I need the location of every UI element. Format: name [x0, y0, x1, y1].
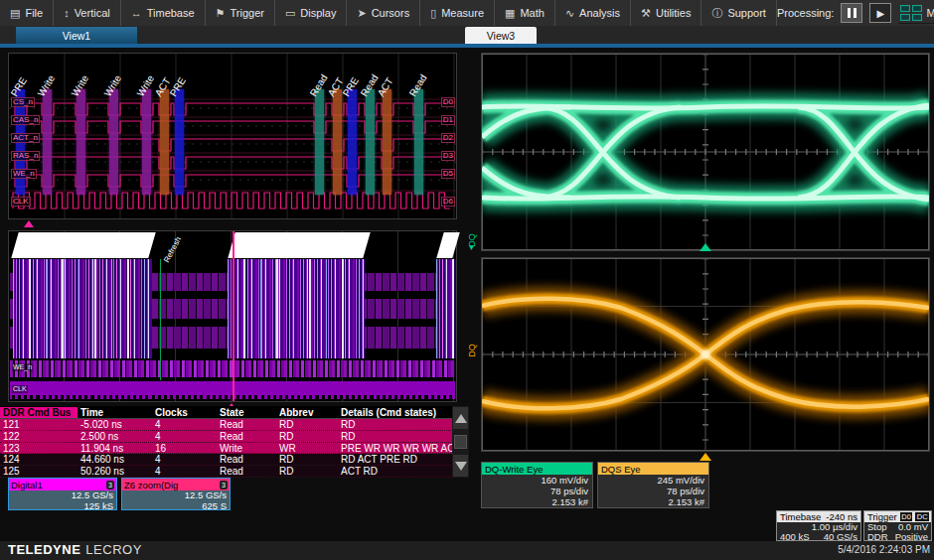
cmd-bar-read: [414, 89, 423, 195]
menu-analysis[interactable]: ∿Analysis: [555, 0, 631, 26]
menu-utilities[interactable]: ⚒Utilities: [631, 0, 701, 26]
play-icon: ▶: [877, 8, 885, 19]
column-header[interactable]: DDR Cmd Bus: [0, 407, 78, 418]
table-row[interactable]: 12550.260 ns4ReadRDACT RD: [0, 466, 469, 478]
bus-activity-burst: [13, 259, 152, 358]
cursor-icon: ➤: [357, 7, 366, 20]
dq-eye-center-marker[interactable]: [700, 243, 711, 251]
menu-cursors[interactable]: ➤Cursors: [347, 0, 420, 26]
table-row[interactable]: 1222.500 ns4ReadRDRD: [0, 431, 469, 443]
menu-display[interactable]: ▭Display: [275, 0, 347, 26]
menu-vertical[interactable]: ↕Vertical: [54, 0, 121, 26]
column-header[interactable]: Time: [78, 407, 152, 418]
dq-write-eye-descriptor[interactable]: DQ-Write Eye 160 mV/div 78 ps/div 2.153 …: [481, 462, 593, 508]
cell: 121: [0, 419, 78, 430]
menu-file[interactable]: ▤File: [0, 0, 54, 26]
z6-zoom-descriptor[interactable]: Z6 zoom(Dig3 12.5 GS/s 625 S: [121, 478, 231, 510]
menu-label: Cursors: [372, 7, 410, 19]
menu-label: File: [25, 7, 43, 19]
digital-line-label: D3: [441, 151, 455, 161]
timing-waveform-panel[interactable]: PRE Write Write Write Write ACT PRE Read…: [8, 53, 457, 219]
cell: 123: [0, 443, 78, 454]
time-per-div: 78 ps/div: [482, 486, 592, 496]
cmd-bar-act: [333, 89, 342, 195]
digital-line-label: D1: [441, 115, 455, 125]
column-header[interactable]: Abbrev: [276, 407, 338, 418]
column-header[interactable]: Clocks: [152, 407, 217, 418]
dqs-eye-panel[interactable]: [481, 257, 930, 452]
brand-logo: TELEDYNELECROY: [8, 542, 142, 557]
chart-icon: ∿: [565, 7, 574, 20]
trigger-flag-icon: ⚑: [216, 7, 226, 20]
digital-zoom-panel[interactable]: Refresh WE_n CLK: [8, 230, 457, 402]
sweep-count: 2.153 k#: [598, 496, 708, 507]
dqs-eye-descriptor[interactable]: DQS Eye 245 mV/div 78 ps/div 2.153 k#: [597, 462, 709, 508]
ddr-command-table: DDR Cmd Bus Time Clocks State Abbrev Det…: [0, 406, 469, 478]
info-icon: ⓘ: [711, 6, 722, 21]
trigger-descriptor[interactable]: TriggerD0DC Stop0.0 mV DDRPositive: [863, 510, 932, 541]
tab-view3[interactable]: View3: [465, 27, 537, 44]
sample-rate: 12.5 GS/s: [122, 490, 230, 501]
dqs-eye-center-marker[interactable]: [700, 453, 711, 461]
pause-button[interactable]: [841, 3, 862, 23]
table-row[interactable]: 12444.660 ns4ReadRDRD ACT PRE RD: [0, 454, 469, 466]
cell: 4: [152, 419, 217, 430]
zoom-cursor-line[interactable]: [233, 231, 234, 401]
cell: PRE WR WR WR WR AC...: [338, 443, 452, 454]
cell: RD: [276, 466, 338, 477]
cell: RD: [338, 419, 452, 430]
time-per-div: 78 ps/div: [598, 486, 708, 496]
table-header-row: DDR Cmd Bus Time Clocks State Abbrev Det…: [0, 406, 469, 419]
cell: Read: [217, 454, 276, 465]
cell: RD: [276, 454, 338, 465]
scroll-thumb[interactable]: [454, 435, 467, 449]
cmd-bar-write: [77, 89, 85, 195]
menu-measure[interactable]: ▯Measure: [420, 0, 495, 26]
cell: -5.020 ns: [78, 419, 152, 430]
sweep-count: 2.153 k#: [482, 496, 592, 507]
signal-label-rasn: RAS_n: [11, 151, 40, 161]
menu-timebase[interactable]: ↔Timebase: [121, 0, 206, 26]
cmd-bar-pre: [175, 89, 184, 195]
cell: 125: [0, 466, 78, 477]
trigger-position-marker[interactable]: [24, 220, 34, 227]
digital-line-label: D6: [441, 197, 455, 207]
mosaic-dropdown[interactable]: Mosaic: [898, 3, 934, 24]
signal-label-actn: ACT_n: [11, 133, 40, 143]
column-header[interactable]: Details (Cmd states): [338, 407, 452, 418]
signal-label-casn: CAS_n: [11, 115, 40, 125]
vertical-icon: ↕: [64, 7, 70, 19]
digital-line-label: D5: [441, 169, 455, 179]
timebase-icon: ↔: [131, 7, 142, 19]
cmd-bar-act: [383, 89, 391, 195]
cmd-bar-pre: [348, 89, 357, 195]
dq-write-eye-panel[interactable]: [481, 53, 930, 251]
cmd-bar-act: [160, 89, 169, 195]
timebase-descriptor[interactable]: Timebase-240 ns 1.00 µs/div 400 kS40 GS/…: [776, 510, 861, 541]
digital-line-label: D2: [441, 133, 455, 143]
menu-support[interactable]: ⓘSupport: [701, 0, 777, 26]
scroll-up-button[interactable]: [453, 407, 468, 429]
menu-label: Math: [520, 7, 544, 19]
table-row[interactable]: 12311.904 ns16WriteWRPRE WR WR WR WR AC.…: [0, 443, 469, 455]
menu-math[interactable]: ▦Math: [495, 0, 555, 26]
scroll-down-button[interactable]: [453, 455, 468, 477]
tab-underline: [0, 44, 934, 48]
menu-label: Display: [300, 7, 336, 19]
pause-icon: [848, 8, 856, 18]
display-icon: ▭: [285, 7, 295, 20]
table-row[interactable]: 121-5.020 ns4ReadRDRD: [0, 419, 469, 431]
descriptor-title: DQS Eye: [601, 464, 641, 475]
tab-view1[interactable]: View1: [16, 27, 137, 44]
volts-per-div: 160 mV/div: [482, 475, 592, 486]
sample-count: 125 kS: [9, 501, 116, 512]
trigger-source-badge: D0: [900, 512, 913, 521]
dq-trace-arrow-icon: ▼: [468, 244, 475, 251]
menu-trigger[interactable]: ⚑Trigger: [206, 0, 275, 26]
digital1-descriptor[interactable]: Digital13 12.5 GS/s 125 kS: [8, 478, 117, 510]
sample-rate: 12.5 GS/s: [9, 490, 116, 501]
up-arrow-icon: [455, 414, 467, 423]
play-button[interactable]: ▶: [869, 3, 891, 23]
cell: 11.904 ns: [78, 443, 152, 454]
column-header[interactable]: State: [217, 407, 276, 418]
